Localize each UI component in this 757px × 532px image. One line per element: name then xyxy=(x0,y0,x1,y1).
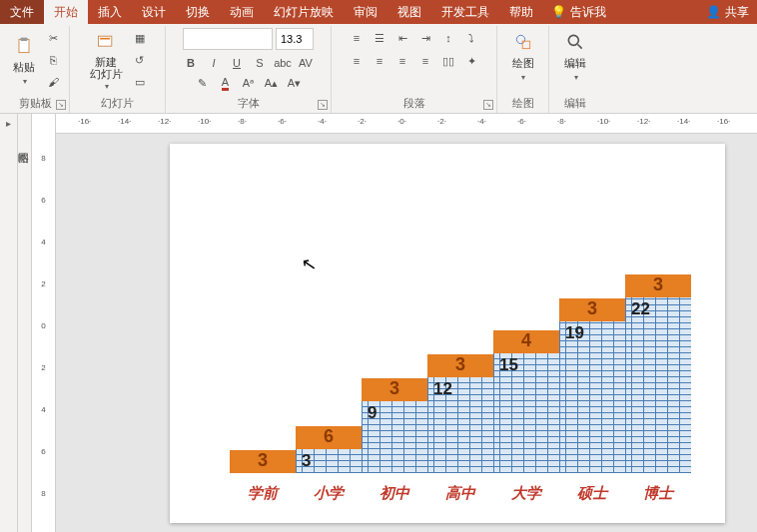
ruler-tick: 0 xyxy=(32,321,55,330)
tab-insert[interactable]: 插入 xyxy=(88,0,132,24)
ruler-tick: 2 xyxy=(32,363,55,372)
ruler-tick: ·6· xyxy=(517,117,526,126)
find-icon xyxy=(563,30,587,54)
section-icon: ▭ xyxy=(135,76,145,89)
ruler-tick: ·0· xyxy=(397,117,406,126)
tab-file[interactable]: 文件 xyxy=(0,0,44,24)
ruler-tick: ·12· xyxy=(637,117,650,126)
svg-rect-3 xyxy=(100,38,110,40)
paste-button[interactable]: 粘贴▾ xyxy=(8,32,40,88)
columns-button[interactable]: ▯▯ xyxy=(438,51,458,71)
ruler-tick: ·16· xyxy=(78,117,91,126)
align-left-button[interactable]: ≡ xyxy=(347,51,367,71)
font-color-button[interactable]: A xyxy=(216,73,236,93)
shrink-font-button[interactable]: A▾ xyxy=(285,73,305,93)
tab-home[interactable]: 开始 xyxy=(44,0,88,24)
reset-button[interactable]: ↺ xyxy=(130,51,150,71)
tab-view[interactable]: 视图 xyxy=(387,0,431,24)
ruler-tick: ·4· xyxy=(318,117,327,126)
svg-rect-0 xyxy=(19,39,29,52)
justify-button[interactable]: ≡ xyxy=(415,51,435,71)
top-value-label: 3 xyxy=(230,450,296,471)
font-name-input[interactable] xyxy=(183,28,273,50)
brush-icon: 🖌 xyxy=(48,76,59,88)
category-label: 小学 xyxy=(296,484,362,503)
stair-chart: 33693123154193223 学前小学初中高中大学硕士博士 xyxy=(230,224,719,503)
ruler-tick: ·14· xyxy=(677,117,690,126)
spacing-button[interactable]: AV xyxy=(296,53,316,73)
tab-animations[interactable]: 动画 xyxy=(220,0,264,24)
highlight-button[interactable]: ✎ xyxy=(193,73,213,93)
top-value-label: 3 xyxy=(362,378,427,399)
copy-button[interactable]: ⎘ xyxy=(43,50,63,70)
group-label: 幻灯片 xyxy=(70,96,165,111)
slide-canvas[interactable]: 33693123154193223 学前小学初中高中大学硕士博士 xyxy=(170,144,725,523)
top-value-label: 3 xyxy=(559,298,625,319)
section-button[interactable]: ▭ xyxy=(130,73,150,93)
cut-button[interactable]: ✂ xyxy=(43,28,63,48)
title-bar: 文件 开始 插入 设计 切换 动画 幻灯片放映 审阅 视图 开发工具 帮助 💡告… xyxy=(0,0,757,24)
dialog-launcher[interactable]: ↘ xyxy=(56,100,66,110)
editing-button[interactable]: 编辑▾ xyxy=(559,28,591,84)
layout-button[interactable]: ▦ xyxy=(130,29,150,49)
share-button[interactable]: 👤共享 xyxy=(698,4,757,21)
strike-button[interactable]: S xyxy=(250,53,270,73)
base-value-label: 22 xyxy=(631,299,650,319)
numbering-button[interactable]: ☰ xyxy=(370,28,389,48)
tab-design[interactable]: 设计 xyxy=(132,0,176,24)
tab-slideshow[interactable]: 幻灯片放映 xyxy=(264,0,344,24)
category-label: 高中 xyxy=(427,484,493,503)
base-value-label: 3 xyxy=(302,451,311,471)
font-size-input[interactable] xyxy=(276,28,314,50)
tell-me-button[interactable]: 💡告诉我 xyxy=(543,4,614,21)
reset-icon: ↺ xyxy=(135,54,144,67)
ruler-tick: ·12· xyxy=(158,117,171,126)
ruler-tick: 4 xyxy=(32,238,55,247)
tab-transitions[interactable]: 切换 xyxy=(176,0,220,24)
align-right-button[interactable]: ≡ xyxy=(392,51,412,71)
shadow-button[interactable]: abc xyxy=(273,53,293,73)
drawing-button[interactable]: 绘图▾ xyxy=(507,28,539,84)
smartart-button[interactable]: ✦ xyxy=(461,51,481,71)
svg-point-6 xyxy=(568,35,578,45)
new-slide-button[interactable]: 新建 幻灯片▾ xyxy=(86,28,127,93)
category-label: 大学 xyxy=(493,484,559,503)
indent-dec-button[interactable]: ⇤ xyxy=(392,28,412,48)
outline-tab[interactable]: 略图 xyxy=(18,114,32,532)
base-value-label: 12 xyxy=(433,379,452,399)
slide-stage: ·16··14··12··10··8··6··4··2··0··2··4··6·… xyxy=(56,114,757,532)
base-value-label: 15 xyxy=(499,355,518,375)
ruler-tick: ·10· xyxy=(198,117,211,126)
tab-developer[interactable]: 开发工具 xyxy=(431,0,499,24)
work-area: ▸ 略图 864202468 ·16··14··12··10··8··6··4·… xyxy=(0,114,757,532)
top-value-label: 4 xyxy=(493,330,559,351)
ribbon: 粘贴▾ ✂ ⎘ 🖌 剪贴板 ↘ 新建 幻灯片▾ ▦ ↺ ▭ 幻灯片 xyxy=(0,24,757,114)
category-label: 博士 xyxy=(625,484,691,503)
grow-font-button[interactable]: A▴ xyxy=(262,73,282,93)
tab-help[interactable]: 帮助 xyxy=(499,0,543,24)
align-center-button[interactable]: ≡ xyxy=(370,51,389,71)
base-value-label: 9 xyxy=(368,403,377,423)
bold-button[interactable]: B xyxy=(181,53,201,73)
format-painter-button[interactable]: 🖌 xyxy=(43,72,63,92)
text-dir-button[interactable]: ⤵ xyxy=(461,28,481,48)
chevron-down-icon: ▾ xyxy=(105,82,109,91)
svg-rect-2 xyxy=(99,36,112,46)
line-spacing-button[interactable]: ↕ xyxy=(438,28,458,48)
svg-line-7 xyxy=(578,45,582,49)
clear-format-button[interactable]: Aᵃ xyxy=(239,73,259,93)
group-label: 字体 xyxy=(166,96,331,111)
ruler-tick: ·6· xyxy=(278,117,287,126)
dialog-launcher[interactable]: ↘ xyxy=(318,100,328,110)
italic-button[interactable]: I xyxy=(204,53,224,73)
panel-collapse[interactable]: ▸ xyxy=(0,114,18,532)
ruler-tick: 2 xyxy=(32,279,55,288)
dialog-launcher[interactable]: ↘ xyxy=(483,100,493,110)
ruler-tick: ·10· xyxy=(597,117,610,126)
shapes-icon xyxy=(511,30,535,54)
indent-inc-button[interactable]: ⇥ xyxy=(415,28,435,48)
bullets-button[interactable]: ≡ xyxy=(347,28,367,48)
underline-button[interactable]: U xyxy=(227,53,247,73)
group-label: 绘图 xyxy=(497,96,548,111)
tab-review[interactable]: 审阅 xyxy=(344,0,387,24)
